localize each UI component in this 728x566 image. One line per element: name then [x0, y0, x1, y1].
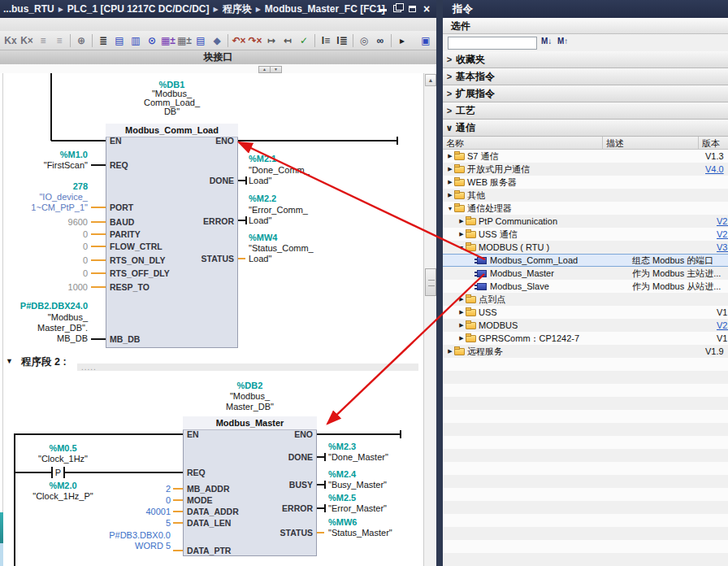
tree-row-modbus[interactable]: ▶MODBUSV2.2 [443, 319, 728, 332]
maximize-button[interactable] [407, 3, 417, 13]
expander-collapsed-icon[interactable]: ▶ [457, 322, 466, 329]
pin-error[interactable]: ERROR [248, 503, 313, 514]
section-0[interactable]: >收藏夹 [443, 51, 728, 68]
item-version[interactable]: V4.0 [702, 164, 728, 174]
block-wizard-icon[interactable]: ◆ [209, 33, 225, 48]
pin-req[interactable]: REQ [187, 467, 206, 478]
pin-port[interactable]: PORT [110, 202, 133, 213]
block-interface-bar[interactable]: 块接口 [0, 50, 436, 65]
tree-row-s7-[interactable]: ▶S7 通信V1.3 [443, 150, 728, 163]
tree-row-modbus_slave[interactable]: Modbus_Slave作为 Modbus 从站进...V2.3 [443, 280, 728, 293]
expander-collapsed-icon[interactable]: ▶ [446, 192, 454, 198]
delete-network-icon[interactable]: K× [19, 33, 35, 48]
multiinstance-icon[interactable]: ▦± [176, 33, 193, 48]
tree-row-modbus_master[interactable]: Modbus_Master作为 Modbus 主站进...V2.3 [443, 267, 728, 280]
pin-mb_db[interactable]: MB_DB [110, 333, 140, 345]
pin-busy[interactable]: BUSY [248, 479, 313, 490]
options-section-header[interactable]: 选件 [443, 18, 728, 34]
pin-done[interactable]: DONE [169, 175, 234, 186]
column-header-name[interactable]: 名称 [443, 137, 603, 150]
section-expanded-4[interactable]: ∨通信 [443, 120, 728, 137]
pin-flow_ctrl[interactable]: FLOW_CTRL [110, 241, 162, 252]
monitoring-glasses-icon[interactable]: ∞ [372, 33, 388, 48]
find-in-editor-icon[interactable]: ◎ [356, 33, 372, 48]
tree-row--[interactable]: ▼通信处理器 [443, 202, 728, 215]
column-header-version[interactable]: 版本 [699, 137, 728, 150]
expander-expanded-icon[interactable]: ▼ [446, 206, 454, 211]
pin-rts_off_dly[interactable]: RTS_OFF_DLY [110, 268, 170, 279]
scroll-thumb[interactable] [425, 268, 436, 296]
tree-row--[interactable]: ▶远程服务V1.9 [443, 345, 728, 358]
pin-rts_on_dly[interactable]: RTS_ON_DLY [110, 255, 165, 266]
pin-data_len[interactable]: DATA_LEN [187, 517, 231, 529]
column-header-description[interactable]: 描述 [603, 137, 699, 150]
close-branch-icon[interactable]: ≡ [51, 33, 67, 48]
expander-expanded-icon[interactable]: ▼ [457, 245, 466, 250]
splitter-down-button[interactable]: ▼ [270, 66, 282, 73]
tree-row-modbus-rtu-[interactable]: ▼MODBUS ( RTU )V3.0 [443, 241, 728, 254]
tree-row-ptp-communication[interactable]: ▶PtP CommunicationV2.2 [443, 215, 728, 228]
tree-row--[interactable]: ▶开放式用户通信V4.0 [443, 163, 728, 176]
pin-done[interactable]: DONE [248, 451, 313, 463]
network2-collapse-triangle[interactable]: ▼ [6, 356, 13, 367]
tree-row-gprscomm-cp1242-7[interactable]: ▶GPRSComm：CP1242-7V1.2 [443, 332, 728, 345]
compile-icon[interactable]: ✓ [296, 33, 312, 48]
open-branch-icon[interactable]: ≡ [35, 33, 51, 48]
expander-collapsed-icon[interactable]: ▶ [446, 179, 454, 185]
tree-row--[interactable]: ▶其他 [443, 189, 728, 202]
pin-en[interactable]: EN [110, 135, 122, 146]
find-up-icon[interactable]: M↑ [557, 37, 568, 46]
collapse-networks-icon[interactable]: ▥ [128, 33, 144, 48]
pin-data_addr[interactable]: DATA_ADDR [187, 506, 239, 517]
close-button[interactable]: × [422, 3, 431, 13]
pin-status[interactable]: STATUS [169, 253, 234, 264]
editor-layout-icon[interactable]: ▣ [418, 33, 434, 48]
ladder-editor-canvas[interactable]: Modbus_Comm_LoadENREQPORTBAUDPARITYFLOW_… [0, 73, 423, 566]
more-commands-icon[interactable]: ▸ [394, 33, 410, 48]
expander-collapsed-icon[interactable]: ▶ [446, 153, 454, 159]
pin-eno[interactable]: ENO [169, 135, 234, 146]
item-version[interactable]: V2.2 [713, 320, 728, 330]
item-version[interactable]: V2.3 [725, 268, 728, 278]
section-1[interactable]: >基本指令 [443, 68, 728, 85]
pin-baud[interactable]: BAUD [110, 216, 134, 228]
section-2[interactable]: >扩展指令 [443, 85, 728, 102]
expand-networks-icon[interactable]: ▤ [111, 33, 128, 48]
pin-parity[interactable]: PARITY [110, 229, 141, 240]
insert-empty-box-icon[interactable]: ⊕ [73, 33, 89, 48]
goto-next-error-icon[interactable]: ↷× [247, 33, 263, 48]
tree-row-uss[interactable]: ▶USSV1.1 [443, 306, 728, 319]
pin-mode[interactable]: MODE [187, 494, 213, 506]
pin-status[interactable]: STATUS [248, 527, 313, 538]
breadcrumb-block[interactable]: Modbus_Master_FC [FC1] [265, 3, 385, 15]
expander-collapsed-icon[interactable]: ▶ [446, 166, 454, 172]
expander-collapsed-icon[interactable]: ▶ [446, 348, 454, 355]
breadcrumb-plc[interactable]: PLC_1 [CPU 1217C DC/DC/DC] [67, 3, 210, 15]
pin-req[interactable]: REQ [110, 159, 128, 171]
pin-resp_to[interactable]: RESP_TO [110, 281, 150, 293]
item-version[interactable]: V2.3 [713, 229, 728, 239]
breadcrumb-project[interactable]: ...bus_RTU [3, 3, 54, 15]
pin-mb_addr[interactable]: MB_ADDR [187, 483, 230, 494]
pin-en[interactable]: EN [187, 429, 199, 440]
pin-data_ptr[interactable]: DATA_PTR [187, 545, 231, 556]
tree-row-modbus_comm_load[interactable]: Modbus_Comm_Load组态 Modbus 的端口V3.0 [443, 254, 728, 267]
pane-divider[interactable] [436, 0, 443, 566]
operand-display-icon[interactable]: I≣ [334, 33, 350, 48]
breadcrumb-program-blocks[interactable]: 程序块 [223, 2, 252, 16]
expander-collapsed-icon[interactable]: ▶ [457, 309, 466, 316]
data-view-icon[interactable]: ▤ [193, 33, 209, 48]
section-3[interactable]: >工艺 [443, 102, 728, 120]
pin-error[interactable]: ERROR [169, 216, 234, 227]
item-version[interactable]: V2.2 [713, 216, 728, 226]
open-all-networks-icon[interactable]: ≣ [95, 33, 111, 48]
expander-collapsed-icon[interactable]: ▶ [457, 335, 466, 342]
instruction-search-input[interactable] [448, 37, 537, 50]
consistency-check-icon[interactable]: ↤ [280, 33, 296, 48]
tree-row--[interactable]: ▶点到点 [443, 293, 728, 306]
absolute-operands-icon[interactable]: I≡ [318, 33, 334, 48]
insert-network-icon[interactable]: Kx [2, 33, 19, 48]
add-favorite-block-icon[interactable]: ▦± [160, 33, 176, 48]
goto-previous-error-icon[interactable]: ↶× [231, 33, 247, 48]
pin-eno[interactable]: ENO [248, 429, 313, 440]
